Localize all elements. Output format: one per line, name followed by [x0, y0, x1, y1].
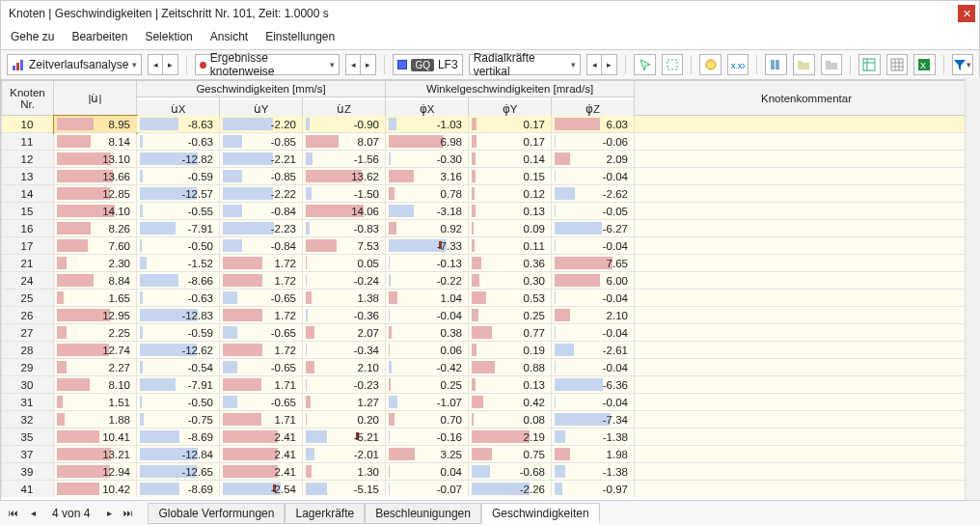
- menu-einstellungen[interactable]: Einstellungen: [265, 30, 335, 43]
- col-knoten[interactable]: Knoten Nr.: [2, 81, 54, 116]
- table-row[interactable]: 1313.66-0.59-0.8513.623.160.15-0.04: [2, 168, 979, 185]
- svg-point-4: [706, 60, 716, 69]
- table-row[interactable]: 311.51-0.50-0.651.27-1.070.42-0.04: [2, 394, 979, 411]
- loadcase-dropdown[interactable]: GQ LF3: [393, 54, 462, 75]
- table-row[interactable]: 292.27-0.54-0.652.10-0.420.88-0.04: [2, 359, 979, 376]
- results-mode-label: Ergebnisse knotenweise: [210, 51, 327, 78]
- columns-button[interactable]: [765, 54, 787, 75]
- tab-2[interactable]: Beschleunigungen: [365, 503, 481, 524]
- svg-rect-3: [667, 60, 677, 69]
- table-row[interactable]: 2812.74-12.621.72-0.340.060.19-2.61: [2, 342, 979, 359]
- highlight-button[interactable]: [699, 54, 721, 75]
- table-row[interactable]: 108.95-8.63-2.20-0.90-1.030.176.03: [2, 116, 979, 133]
- lf-label: LF3: [438, 58, 458, 71]
- square-icon: [397, 60, 407, 69]
- force-type-dropdown[interactable]: Radialkräfte vertikal ▾: [469, 54, 582, 75]
- chart-icon: [12, 58, 25, 71]
- excel-button[interactable]: X: [913, 54, 936, 75]
- force-next-button[interactable]: ▸: [602, 54, 617, 75]
- menu-selektion[interactable]: Selektion: [145, 30, 192, 43]
- grid-button[interactable]: [886, 54, 909, 75]
- last-page-button[interactable]: ⏭: [121, 505, 136, 522]
- prev-page-button[interactable]: ◂: [25, 505, 41, 522]
- first-page-button[interactable]: ⏮: [6, 505, 21, 522]
- table-row[interactable]: 251.65-0.63-0.651.381.040.53-0.04: [2, 290, 979, 307]
- svg-text:X: X: [920, 61, 926, 70]
- vertical-scrollbar[interactable]: [965, 77, 980, 500]
- svg-rect-0: [13, 66, 15, 70]
- tab-0[interactable]: Globale Verformungen: [148, 503, 285, 524]
- data-table[interactable]: Knoten Nr. |u̇| Geschwindigkeiten [mm/s]…: [1, 80, 979, 497]
- toolbar: Zeitverlaufsanalyse ▾ ◂ ▸ Ergebnisse kno…: [1, 50, 979, 80]
- table-row[interactable]: 1514.10-0.55-0.8414.06-3.180.13-0.05: [2, 203, 979, 220]
- menubar: Gehe zuBearbeitenSelektionAnsichtEinstel…: [1, 26, 979, 50]
- table-row[interactable]: 308.10-7.911.71-0.230.250.13-6.36: [2, 376, 979, 394]
- colgroup-speed: Geschwindigkeiten [mm/s]: [137, 81, 386, 97]
- menu-ansicht[interactable]: Ansicht: [210, 30, 248, 43]
- svg-rect-11: [826, 61, 830, 64]
- svg-text:x.xx: x.xx: [731, 61, 745, 70]
- svg-rect-7: [776, 60, 779, 69]
- analysis-prev-button[interactable]: ◂: [148, 54, 163, 75]
- window-title: Knoten | Geschwindigkeiten | Zeitschritt…: [9, 7, 329, 20]
- table-row[interactable]: 248.84-8.661.72-0.24-0.220.306.00: [2, 272, 979, 290]
- tab-3[interactable]: Geschwindigkeiten: [481, 503, 600, 524]
- close-button[interactable]: ✕: [958, 5, 975, 22]
- next-page-button[interactable]: ▸: [101, 505, 117, 522]
- col-komm[interactable]: Knotenkommentar: [635, 81, 979, 116]
- svg-rect-10: [826, 63, 837, 69]
- table-row[interactable]: 177.60-0.50-0.847.53-7.330.11-0.04: [2, 237, 979, 255]
- svg-rect-13: [891, 59, 903, 70]
- svg-rect-1: [16, 63, 19, 70]
- svg-rect-9: [798, 61, 803, 64]
- table-row[interactable]: 3912.94-12.652.411.300.04-0.68-1.38: [2, 463, 979, 481]
- chevron-down-icon: ▾: [571, 60, 576, 69]
- table-row[interactable]: 2612.95-12.831.72-0.36-0.040.252.10: [2, 307, 979, 324]
- select-cursor-button[interactable]: [634, 54, 656, 75]
- table-row[interactable]: 118.14-0.63-0.858.076.980.17-0.06: [2, 133, 979, 151]
- results-mode-dropdown[interactable]: Ergebnisse knotenweise ▾: [195, 54, 340, 75]
- menu-gehe zu[interactable]: Gehe zu: [11, 30, 54, 43]
- table-row[interactable]: 1213.10-12.82-2.21-1.56-0.300.142.09: [2, 151, 979, 168]
- menu-bearbeiten[interactable]: Bearbeiten: [71, 30, 127, 43]
- mode-prev-button[interactable]: ◂: [345, 54, 361, 75]
- analysis-label: Zeitverlaufsanalyse: [29, 58, 128, 71]
- table-row[interactable]: 3713.21-12.842.41-2.013.250.751.98: [2, 446, 979, 463]
- table-row[interactable]: 272.25-0.59-0.652.070.380.77-0.04: [2, 324, 979, 342]
- table-row[interactable]: 212.30-1.521.720.05-0.130.367.65: [2, 255, 979, 272]
- select-rect-button[interactable]: [662, 54, 684, 75]
- table-row[interactable]: 3510.41-8.692.41-5.21-0.162.19-1.38: [2, 428, 979, 446]
- table-row[interactable]: 1412.85-12.57-2.22-1.500.780.12-2.62: [2, 185, 979, 203]
- tab-remove-button[interactable]: [821, 54, 843, 75]
- filter-button[interactable]: ▾: [952, 54, 974, 75]
- svg-rect-2: [20, 60, 23, 70]
- precision-button[interactable]: x.xx: [727, 54, 749, 75]
- chevron-down-icon: ▾: [132, 60, 137, 69]
- force-prev-button[interactable]: ◂: [586, 54, 602, 75]
- svg-rect-8: [798, 63, 809, 69]
- table-row[interactable]: 168.26-7.91-2.23-0.830.920.09-6.27: [2, 220, 979, 237]
- analysis-dropdown[interactable]: Zeitverlaufsanalyse ▾: [7, 54, 142, 75]
- table-row[interactable]: 321.88-0.751.710.200.700.08-7.34: [2, 411, 979, 428]
- export-table-button[interactable]: [858, 54, 881, 75]
- svg-rect-12: [863, 59, 875, 70]
- tab-1[interactable]: Lagerkräfte: [285, 503, 365, 524]
- force-type-label: Radialkräfte vertikal: [474, 51, 568, 78]
- bullet-icon: [200, 62, 205, 69]
- page-indicator: 4 von 4: [44, 507, 97, 520]
- lf-chip: GQ: [411, 59, 434, 71]
- colgroup-angular: Winkelgeschwindigkeiten [mrad/s]: [386, 81, 635, 97]
- tab-add-button[interactable]: [793, 54, 815, 75]
- table-row[interactable]: 4110.42-8.69-2.54-5.15-0.07-2.26-0.97: [2, 481, 979, 498]
- svg-rect-6: [771, 60, 775, 69]
- mode-next-button[interactable]: ▸: [361, 54, 376, 75]
- chevron-down-icon: ▾: [330, 60, 335, 69]
- analysis-next-button[interactable]: ▸: [163, 54, 178, 75]
- col-u[interactable]: |u̇|: [54, 81, 137, 116]
